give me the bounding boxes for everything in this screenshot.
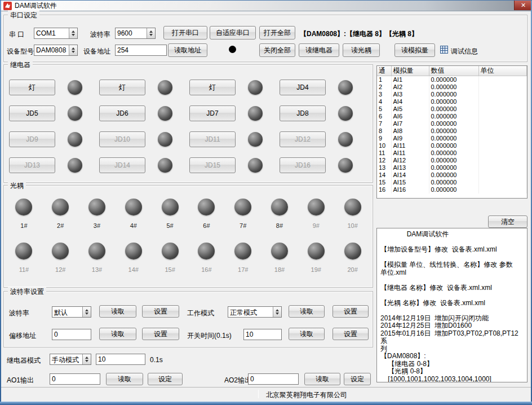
analog-table-row[interactable]: 1AI10.000000 xyxy=(377,76,527,84)
relay-button-9[interactable]: JD9 xyxy=(9,131,55,147)
col-header-unit[interactable]: 单位 xyxy=(478,66,527,76)
offset-set-button[interactable]: 设置 xyxy=(142,328,179,340)
relay-indicator-7[interactable] xyxy=(248,106,263,121)
relay-indicator-1[interactable] xyxy=(68,80,82,95)
relay-indicator-9[interactable] xyxy=(68,132,82,147)
read-address-button[interactable]: 读取地址 xyxy=(168,43,207,57)
close-button[interactable]: ✕ xyxy=(514,0,532,10)
col-header-analog[interactable]: 模拟量 xyxy=(391,66,429,76)
analog-table-row[interactable]: 2AI20.000000 xyxy=(377,83,527,91)
baud-read-button[interactable]: 读取 xyxy=(99,305,136,318)
baud-set-button[interactable]: 设置 xyxy=(142,305,179,318)
debug-info-label[interactable]: 调试信息 xyxy=(451,47,478,56)
relay-button-2[interactable]: 灯 xyxy=(99,80,145,95)
spinner-icon[interactable] xyxy=(69,45,77,55)
relay-time-input[interactable] xyxy=(96,354,145,365)
ao1-output-input[interactable] xyxy=(50,373,100,385)
ao1-output-label: AO1输出 xyxy=(7,376,34,385)
relay-button-8[interactable]: JD8 xyxy=(280,105,326,121)
relay-button-12[interactable]: JD12 xyxy=(280,131,326,147)
analog-table-row[interactable]: 12AI120.000000 xyxy=(377,157,527,164)
ao2-read-button[interactable]: 读取 xyxy=(304,373,340,385)
offset-address-input[interactable] xyxy=(52,329,91,340)
relay-indicator-8[interactable] xyxy=(338,106,353,121)
analog-table-row[interactable]: 5AI50.000000 xyxy=(377,105,527,113)
switchtime-set-button[interactable]: 设置 xyxy=(333,328,369,340)
col-header-value[interactable]: 数值 xyxy=(429,66,478,76)
offset-read-button[interactable]: 读取 xyxy=(99,328,136,340)
spinner-icon[interactable] xyxy=(273,307,281,317)
relay-button-7[interactable]: JD7 xyxy=(189,105,236,121)
analog-table-row[interactable]: 16AI160.000000 xyxy=(377,186,527,193)
relay-button-15[interactable]: JD15 xyxy=(189,157,236,173)
relay-button-5[interactable]: JD5 xyxy=(9,105,55,121)
device-model-select[interactable]: DAM0808 xyxy=(34,45,78,56)
relay-button-6[interactable]: JD6 xyxy=(99,105,145,121)
analog-table-row[interactable]: 11AI110.000000 xyxy=(377,149,527,157)
serial-port-select[interactable]: COM1 xyxy=(34,28,78,39)
analog-table-row[interactable]: 9AI90.000000 xyxy=(377,135,527,142)
close-all-button[interactable]: 关闭全部 xyxy=(259,43,295,57)
relay-button-10[interactable]: JD10 xyxy=(99,131,145,147)
relay-button-14[interactable]: JD14 xyxy=(99,157,145,173)
analog-table-row[interactable]: 15AI150.000000 xyxy=(377,179,527,186)
open-all-button[interactable]: 打开全部 xyxy=(259,26,295,39)
relay-button-3[interactable]: 灯 xyxy=(189,80,236,95)
spinner-icon[interactable] xyxy=(82,307,91,317)
relay-mode-value: 手动模式 xyxy=(50,354,82,364)
col-header-channel[interactable]: 通 xyxy=(377,66,391,76)
analog-table[interactable]: 通 模拟量 数值 单位 1AI10.0000002AI20.0000003AI3… xyxy=(376,65,527,199)
relay-indicator-14[interactable] xyxy=(158,158,172,173)
debug-info-icon[interactable] xyxy=(440,45,449,54)
relay-mode-select[interactable]: 手动模式 xyxy=(50,354,91,365)
relay-indicator-12[interactable] xyxy=(338,132,353,147)
workmode-set-button[interactable]: 设置 xyxy=(333,305,369,318)
relay-indicator-6[interactable] xyxy=(158,106,172,121)
analog-table-row[interactable]: 7AI70.000000 xyxy=(377,120,527,127)
relay-indicator-15[interactable] xyxy=(248,158,263,173)
relay-indicator-2[interactable] xyxy=(158,80,172,95)
analog-table-row[interactable]: 8AI80.000000 xyxy=(377,127,527,135)
analog-table-row[interactable]: 6AI60.000000 xyxy=(377,113,527,120)
relay-button-4[interactable]: JD4 xyxy=(280,80,326,95)
analog-table-row[interactable]: 10AI110.000000 xyxy=(377,142,527,149)
info-panel[interactable]: DAM调试软件 【增加设备型号】修改 设备表.xml.xml 【模拟量 单位、线… xyxy=(376,228,527,382)
read-analog-button[interactable]: 读模拟量 xyxy=(394,43,435,57)
workmode-read-button[interactable]: 读取 xyxy=(289,305,325,318)
relay-indicator-5[interactable] xyxy=(68,106,82,121)
clear-button[interactable]: 清空 xyxy=(488,215,527,228)
ao2-set-button[interactable]: 设定 xyxy=(344,373,371,385)
device-address-input[interactable] xyxy=(115,45,167,56)
spinner-icon[interactable] xyxy=(82,354,91,364)
relay-button-1[interactable]: 灯 xyxy=(9,80,55,95)
work-mode-select[interactable]: 正常模式 xyxy=(228,306,282,318)
device-summary-label: 【DAM0808】:【继电器 8】【光耦 8】 xyxy=(300,29,418,39)
read-opto-button[interactable]: 读光耦 xyxy=(343,43,380,57)
relay-indicator-11[interactable] xyxy=(248,132,263,147)
open-serial-button[interactable]: 打开串口 xyxy=(163,26,207,39)
read-relay-button[interactable]: 读继电器 xyxy=(299,43,339,57)
spinner-icon[interactable] xyxy=(147,28,155,38)
relay-button-16[interactable]: JD16 xyxy=(280,157,326,173)
ao1-set-button[interactable]: 设定 xyxy=(148,373,183,385)
analog-table-row[interactable]: 14AI140.000000 xyxy=(377,171,527,179)
ao2-output-input[interactable] xyxy=(248,373,299,385)
baud-setting-select[interactable]: 默认 xyxy=(52,306,91,318)
analog-table-row[interactable]: 13AI130.000000 xyxy=(377,164,527,171)
analog-table-row[interactable]: 3AI30.000000 xyxy=(377,91,527,98)
baud-rate-select[interactable]: 9600 xyxy=(115,28,156,39)
title-bar[interactable]: DAM调试软件 xyxy=(1,1,531,11)
relay-indicator-4[interactable] xyxy=(338,80,353,95)
analog-table-row[interactable]: 4AI40.000000 xyxy=(377,98,527,105)
switchtime-read-button[interactable]: 读取 xyxy=(289,328,325,340)
switch-time-input[interactable] xyxy=(243,329,282,340)
relay-indicator-13[interactable] xyxy=(68,158,82,173)
relay-button-11[interactable]: JD11 xyxy=(189,131,236,147)
relay-indicator-10[interactable] xyxy=(158,132,172,147)
ao1-read-button[interactable]: 读取 xyxy=(106,373,143,385)
relay-button-13[interactable]: JD13 xyxy=(9,157,55,173)
relay-indicator-16[interactable] xyxy=(338,158,353,173)
adaptive-serial-button[interactable]: 自适应串口 xyxy=(210,26,256,39)
spinner-icon[interactable] xyxy=(69,28,77,38)
relay-indicator-3[interactable] xyxy=(248,80,263,95)
